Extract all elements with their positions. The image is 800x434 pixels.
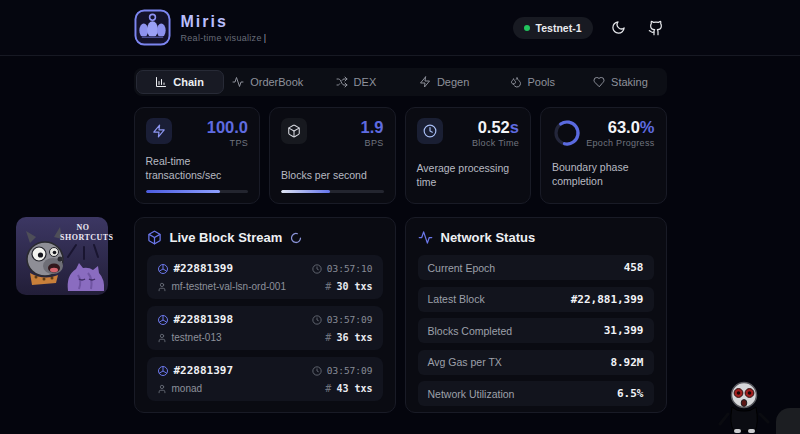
blocktime-value: 0.52 bbox=[478, 118, 510, 136]
loader-spinner-icon bbox=[290, 232, 302, 244]
validator-user-icon bbox=[157, 384, 167, 394]
activity-pulse-icon bbox=[418, 230, 433, 245]
status-label: Latest Block bbox=[428, 293, 485, 305]
app-header: Miris Real-time visualize| Testnet-1 bbox=[0, 0, 800, 55]
clock-icon bbox=[312, 366, 322, 376]
block-number: #22881399 bbox=[174, 262, 234, 275]
zap-icon bbox=[419, 76, 431, 88]
tps-progress-fill bbox=[146, 190, 221, 194]
block-list-item[interactable]: #22881399 03:57:10 mf-testnet-val-lsn-or… bbox=[147, 255, 383, 299]
zap-icon bbox=[146, 118, 172, 144]
epoch-value: 63.0 bbox=[608, 118, 640, 136]
validator-name: monad bbox=[172, 383, 203, 394]
tps-unit: TPS bbox=[207, 138, 248, 148]
tps-progress-track bbox=[146, 190, 249, 194]
status-label: Blocks Completed bbox=[428, 325, 513, 337]
epoch-progress-ring bbox=[552, 118, 582, 148]
tx-count: 43 txs bbox=[336, 383, 372, 394]
clock-icon bbox=[312, 264, 322, 274]
bps-progress-track bbox=[281, 190, 384, 194]
creepy-creature-sticker bbox=[718, 380, 770, 434]
shuffle-icon bbox=[336, 76, 348, 88]
status-row-utilization: Network Utilization 6.5% bbox=[418, 381, 654, 406]
main-panels: Live Block Stream #22881399 03:57:10 bbox=[134, 217, 667, 413]
theme-toggle-button[interactable] bbox=[608, 17, 630, 39]
corner-widget-button[interactable] bbox=[776, 408, 800, 434]
block-number: #22881397 bbox=[174, 364, 234, 377]
status-value: 31,399 bbox=[604, 324, 644, 337]
status-label: Current Epoch bbox=[428, 262, 496, 274]
tab-staking[interactable]: Staking bbox=[576, 70, 664, 94]
epoch-unit: Epoch Progress bbox=[586, 138, 654, 148]
no-shortcuts-sticker: NO SHORTCUTS bbox=[16, 217, 108, 295]
status-row-blocks-completed: Blocks Completed 31,399 bbox=[418, 318, 654, 343]
block-list-item[interactable]: #22881397 03:57:09 monad # bbox=[147, 357, 383, 401]
block-sphere-icon bbox=[157, 314, 169, 326]
hash-symbol: # bbox=[325, 383, 331, 394]
stat-card-bps: 1.9 BPS Blocks per second bbox=[269, 107, 396, 204]
tx-count: 30 txs bbox=[336, 281, 372, 292]
block-sphere-icon bbox=[157, 365, 169, 377]
network-badge-label: Testnet-1 bbox=[536, 22, 582, 34]
stats-row: 100.0 TPS Real-time transactions/sec 1.9… bbox=[134, 107, 667, 204]
bps-progress-fill bbox=[281, 190, 330, 194]
bps-value: 1.9 bbox=[361, 118, 384, 136]
status-label: Network Utilization bbox=[428, 388, 515, 400]
cube-icon bbox=[281, 118, 307, 144]
hash-symbol: # bbox=[325, 332, 331, 343]
live-block-stream-title: Live Block Stream bbox=[170, 230, 283, 245]
app-subtitle: Real-time visualize| bbox=[181, 33, 267, 43]
tab-label: Pools bbox=[528, 76, 556, 88]
main-tabbar: Chain OrderBook DEX Degen Pools Staking bbox=[134, 68, 667, 96]
github-button[interactable] bbox=[645, 17, 667, 39]
status-row-latest-block: Latest Block #22,881,399 bbox=[418, 287, 654, 312]
block-list: #22881399 03:57:10 mf-testnet-val-lsn-or… bbox=[147, 255, 383, 401]
block-time: 03:57:09 bbox=[327, 365, 373, 376]
block-list-item[interactable]: #22881398 03:57:09 testnet-013 bbox=[147, 306, 383, 350]
tab-label: Chain bbox=[173, 76, 204, 88]
bps-unit: BPS bbox=[361, 138, 384, 148]
live-block-stream-panel: Live Block Stream #22881399 03:57:10 bbox=[134, 217, 396, 413]
header-divider bbox=[0, 55, 800, 56]
blocktime-unit: Block Time bbox=[472, 138, 519, 148]
status-list: Current Epoch 458 Latest Block #22,881,3… bbox=[418, 255, 654, 406]
clock-icon bbox=[417, 118, 443, 144]
tab-chain[interactable]: Chain bbox=[136, 70, 224, 94]
no-shortcuts-text: NO SHORTCUTS bbox=[60, 223, 106, 242]
network-status-panel: Network Status Current Epoch 458 Latest … bbox=[405, 217, 667, 413]
activity-icon bbox=[232, 76, 244, 88]
block-number: #22881398 bbox=[174, 313, 234, 326]
tps-caption: Real-time transactions/sec bbox=[146, 154, 249, 182]
tab-label: DEX bbox=[354, 76, 377, 88]
tab-pools[interactable]: Pools bbox=[488, 70, 576, 94]
status-value: #22,881,399 bbox=[571, 293, 644, 306]
status-value: 6.5% bbox=[617, 387, 644, 400]
app-logo-icon bbox=[134, 9, 171, 46]
validator-user-icon bbox=[157, 333, 167, 343]
typing-cursor: | bbox=[264, 33, 267, 43]
clock-icon bbox=[312, 315, 322, 325]
block-sphere-icon bbox=[157, 263, 169, 275]
bps-caption: Blocks per second bbox=[281, 168, 384, 182]
status-row-current-epoch: Current Epoch 458 bbox=[418, 255, 654, 280]
github-icon bbox=[648, 20, 664, 36]
status-dot bbox=[524, 25, 530, 31]
stat-card-epoch: 63.0% Epoch Progress Boundary phase comp… bbox=[540, 107, 667, 204]
status-row-avg-gas: Avg Gas per TX 8.92M bbox=[418, 350, 654, 375]
app-root: { "header": { "app_name": "Miris", "subt… bbox=[0, 0, 800, 434]
stat-card-blocktime: 0.52s Block Time Average processing time bbox=[405, 107, 532, 204]
network-status-title: Network Status bbox=[441, 230, 536, 245]
stat-card-tps: 100.0 TPS Real-time transactions/sec bbox=[134, 107, 261, 204]
tab-orderbook[interactable]: OrderBook bbox=[224, 70, 312, 94]
validator-name: mf-testnet-val-lsn-ord-001 bbox=[172, 281, 286, 292]
blocktime-caption: Average processing time bbox=[417, 161, 520, 189]
tab-label: OrderBook bbox=[250, 76, 303, 88]
status-label: Avg Gas per TX bbox=[428, 356, 502, 368]
tab-dex[interactable]: DEX bbox=[312, 70, 400, 94]
block-time: 03:57:09 bbox=[327, 314, 373, 325]
heart-icon bbox=[593, 76, 605, 88]
block-cube-icon bbox=[147, 230, 162, 245]
tab-degen[interactable]: Degen bbox=[400, 70, 488, 94]
tab-label: Degen bbox=[437, 76, 469, 88]
network-badge[interactable]: Testnet-1 bbox=[513, 17, 593, 39]
